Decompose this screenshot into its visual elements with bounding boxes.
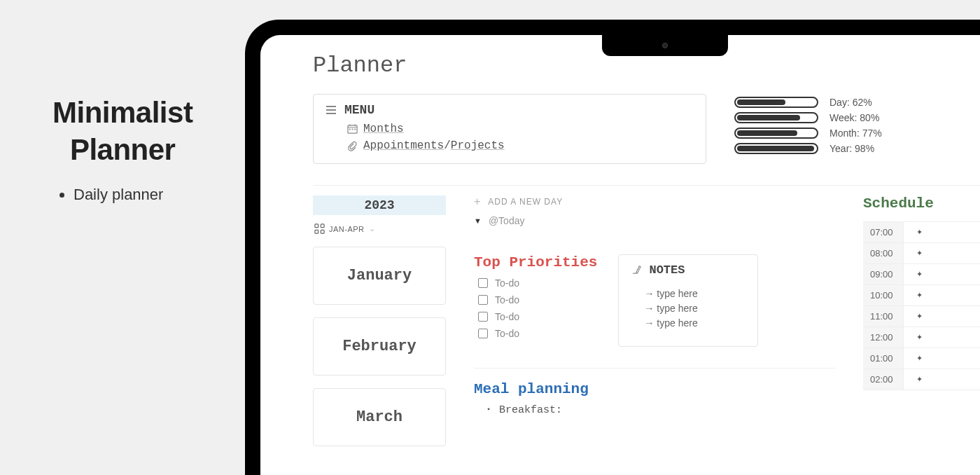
chevron-down-icon: ⌄ <box>369 224 376 233</box>
schedule-row[interactable]: 07:00✦ <box>863 221 980 243</box>
promo-block: Minimalist Planner Daily planner <box>52 95 192 204</box>
month-card-february[interactable]: February <box>313 317 446 376</box>
page-title: Planner <box>313 53 980 78</box>
month-card-january[interactable]: January <box>313 247 446 305</box>
todo-item[interactable]: To-do <box>478 294 597 305</box>
range-selector[interactable]: JAN-APR ⌄ <box>313 223 446 234</box>
device-frame: Planner MENU Months Appointm <box>245 20 980 475</box>
promo-title: Minimalist Planner <box>52 95 192 168</box>
schedule-table: 07:00✦ 08:00✦ 09:00✦ 10:00✦ 11:00✦ 12:00… <box>863 221 980 390</box>
note-line[interactable]: → type here <box>644 303 745 314</box>
month-card-march[interactable]: March <box>313 388 446 446</box>
menu-label: MENU <box>344 103 374 117</box>
checkbox-icon[interactable] <box>478 295 488 305</box>
promo-bullet: Daily planner <box>74 186 192 204</box>
svg-rect-5 <box>352 128 354 130</box>
schedule-row[interactable]: 10:00✦ <box>863 285 980 306</box>
schedule-row[interactable]: 01:00✦ <box>863 348 980 369</box>
grid-icon <box>314 223 325 234</box>
note-line[interactable]: → type here <box>644 317 745 329</box>
schedule-row[interactable]: 08:00✦ <box>863 243 980 264</box>
pencil-icon <box>631 265 642 275</box>
triangle-down-icon: ▼ <box>474 216 482 225</box>
checkbox-icon[interactable] <box>478 312 488 322</box>
plus-icon: + <box>474 195 481 208</box>
divider <box>313 185 980 186</box>
year-chip[interactable]: 2023 <box>313 195 446 215</box>
notes-title: NOTES <box>649 263 685 277</box>
svg-rect-9 <box>315 230 318 233</box>
stat-year-bar <box>737 146 814 151</box>
svg-rect-10 <box>321 230 324 233</box>
meal-section: Meal planning Breakfast: <box>474 381 835 416</box>
todo-item[interactable]: To-do <box>478 277 597 289</box>
today-toggle[interactable]: ▼ @Today <box>474 215 835 226</box>
priorities-section: Top Priorities To-do To-do To-do To-do <box>474 254 597 347</box>
todo-item[interactable]: To-do <box>478 328 597 339</box>
stat-week-bar <box>737 115 800 121</box>
menu-card: MENU Months Appointments/Projects <box>313 94 706 164</box>
schedule-title: Schedule <box>863 195 980 212</box>
stat-day-bar <box>737 99 785 105</box>
menu-item-appointments[interactable]: Appointments/Projects <box>347 139 693 152</box>
todo-item[interactable]: To-do <box>478 311 597 322</box>
paperclip-icon <box>347 141 358 151</box>
priorities-title: Top Priorities <box>474 254 597 270</box>
svg-rect-6 <box>354 128 356 130</box>
device-notch <box>602 35 728 56</box>
stat-month: Month: 77% <box>734 128 882 139</box>
notes-card: NOTES → type here → type here → type her… <box>618 254 758 347</box>
schedule-row[interactable]: 09:00✦ <box>863 264 980 285</box>
schedule-row[interactable]: 11:00✦ <box>863 306 980 327</box>
svg-rect-4 <box>349 128 351 130</box>
divider <box>474 368 835 369</box>
svg-rect-7 <box>315 224 318 228</box>
note-line[interactable]: → type here <box>644 288 745 299</box>
stat-month-bar <box>737 130 797 136</box>
schedule-row[interactable]: 02:00✦ <box>863 369 980 390</box>
stat-week: Week: 80% <box>734 112 882 123</box>
hamburger-icon[interactable] <box>326 106 336 114</box>
menu-item-months[interactable]: Months <box>347 123 693 135</box>
checkbox-icon[interactable] <box>478 278 488 288</box>
checkbox-icon[interactable] <box>478 329 488 338</box>
camera-icon <box>662 43 668 48</box>
schedule-row[interactable]: 12:00✦ <box>863 327 980 348</box>
stat-year: Year: 98% <box>734 143 882 154</box>
calendar-icon <box>347 124 358 135</box>
meal-title: Meal planning <box>474 381 835 397</box>
screen: Planner MENU Months Appointm <box>260 35 980 475</box>
stat-day: Day: 62% <box>734 97 882 108</box>
svg-rect-8 <box>321 224 324 228</box>
meal-item-breakfast[interactable]: Breakfast: <box>486 404 835 416</box>
progress-stats: Day: 62% Week: 80% Month: 77% Year: 98% <box>734 94 882 154</box>
add-day-button[interactable]: + ADD A NEW DAY <box>474 195 835 208</box>
